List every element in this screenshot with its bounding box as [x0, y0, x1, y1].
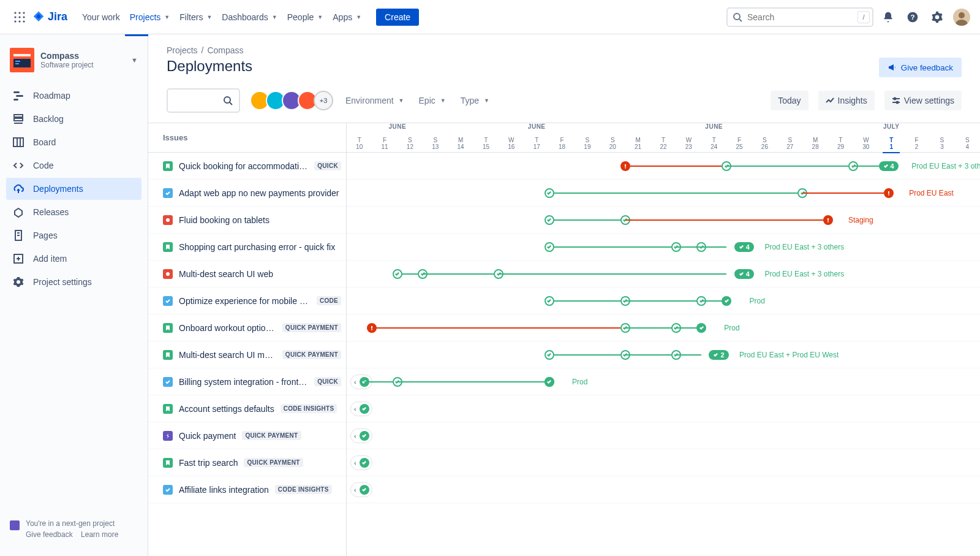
day-header[interactable]: S12 — [398, 134, 423, 152]
day-header[interactable]: S3 — [929, 134, 954, 152]
day-header[interactable]: T17 — [524, 134, 549, 152]
chevron-down-icon[interactable]: ▼ — [131, 56, 138, 64]
issue-row[interactable]: Quick paymentQUICK PAYMENT — [148, 422, 346, 449]
nav-people[interactable]: People▼ — [282, 9, 328, 26]
deploy-marker-solid[interactable] — [722, 296, 731, 306]
settings-icon[interactable] — [927, 7, 947, 27]
deploy-count-badge[interactable]: 4 — [879, 161, 899, 171]
day-header[interactable]: T29 — [828, 134, 853, 152]
day-header[interactable]: S4 — [955, 134, 980, 152]
type-filter[interactable]: Type▼ — [458, 92, 492, 109]
breadcrumb-projects[interactable]: Projects — [167, 45, 198, 55]
issue-row[interactable]: Fast trip searchQUICK PAYMENT — [148, 449, 346, 476]
give-feedback-link[interactable]: Give feedback — [26, 530, 73, 539]
day-header[interactable]: S27 — [777, 134, 802, 152]
day-header[interactable]: S20 — [600, 134, 625, 152]
issue-row[interactable]: Multi-dest search UI mobilewebQUICK PAYM… — [148, 341, 346, 368]
day-header[interactable]: F2 — [904, 134, 929, 152]
deploy-marker-ok[interactable] — [545, 242, 554, 252]
issue-row[interactable]: Adapt web app no new payments provider — [148, 180, 346, 207]
user-avatar[interactable] — [953, 9, 970, 26]
collapsed-deploy-pill[interactable]: ‹ — [350, 402, 372, 416]
timeline-track[interactable]: ‹ — [347, 476, 980, 503]
epic-tag[interactable]: QUICK PAYMENT — [282, 350, 341, 359]
issue-row[interactable]: Billing system integration - frontendQUI… — [148, 368, 346, 395]
day-header[interactable]: W30 — [853, 134, 878, 152]
deploy-marker-fail[interactable] — [823, 215, 833, 225]
sidebar-releases[interactable]: Releases — [6, 201, 141, 223]
deploy-marker-fail[interactable] — [367, 323, 377, 333]
epic-tag[interactable]: QUICK PAYMENT — [282, 323, 341, 332]
sidebar-roadmap[interactable]: Roadmap — [6, 85, 141, 107]
deploy-marker-ok[interactable] — [545, 188, 554, 198]
day-header[interactable]: F11 — [372, 134, 397, 152]
chevron-left-icon[interactable]: ‹ — [352, 432, 358, 440]
app-switcher-icon[interactable] — [10, 7, 29, 27]
collapsed-deploy-pill[interactable]: ‹ — [350, 482, 372, 497]
day-header[interactable]: M28 — [802, 134, 827, 152]
deploy-marker-solid[interactable] — [360, 458, 369, 468]
day-header[interactable]: F18 — [549, 134, 575, 152]
day-header[interactable]: T22 — [650, 134, 676, 152]
day-header[interactable]: T15 — [473, 134, 499, 152]
timeline-track[interactable]: Prod — [347, 314, 980, 341]
chevron-left-icon[interactable]: ‹ — [352, 405, 358, 413]
issue-row[interactable]: Multi-dest search UI web — [148, 261, 346, 288]
issue-row[interactable]: Shopping cart purchasing error - quick f… — [148, 234, 346, 261]
environment-label[interactable]: Prod EU East + 3 others — [764, 243, 844, 251]
day-header[interactable]: W23 — [676, 134, 701, 152]
deploy-marker-solid[interactable] — [360, 404, 369, 414]
day-header[interactable]: F25 — [726, 134, 752, 152]
deploy-marker-solid[interactable] — [360, 431, 369, 441]
environment-label[interactable]: Prod EU East — [909, 189, 954, 197]
epic-tag[interactable]: QUICK PAYMENT — [242, 431, 301, 440]
sidebar-deployments[interactable]: Deployments — [6, 178, 141, 200]
deploy-count-badge[interactable]: 2 — [709, 350, 728, 360]
jira-logo[interactable]: Jira — [32, 10, 67, 24]
nav-projects[interactable]: Projects▼ — [125, 9, 175, 26]
timeline-track[interactable]: 4Prod EU East + 3 others — [347, 261, 980, 288]
environment-label[interactable]: Prod — [572, 378, 587, 386]
deploy-marker-ok[interactable] — [393, 269, 402, 279]
search-input[interactable] — [726, 7, 873, 27]
deploy-count-badge[interactable]: 4 — [734, 242, 754, 252]
issue-row[interactable]: Fluid booking on tablets — [148, 207, 346, 234]
nav-dashboards[interactable]: Dashboards▼ — [217, 9, 282, 26]
issue-row[interactable]: Onboard workout options (OWO)QUICK PAYME… — [148, 314, 346, 341]
timeline-track[interactable]: 4Prod EU East + 3 others — [347, 153, 980, 180]
environment-label[interactable]: Prod — [724, 324, 739, 332]
epic-filter[interactable]: Epic▼ — [417, 92, 448, 109]
environment-label[interactable]: Prod EU East + Prod EU West — [739, 351, 839, 359]
environment-label[interactable]: Prod — [750, 297, 765, 305]
collapsed-deploy-pill[interactable]: ‹ — [350, 428, 372, 443]
create-button[interactable]: Create — [376, 9, 419, 26]
insights-button[interactable]: Insights — [818, 91, 875, 110]
issue-row[interactable]: Optimize experience for mobile webCODE — [148, 288, 346, 314]
day-header[interactable]: W16 — [499, 134, 524, 152]
sidebar-backlog[interactable]: Backlog — [6, 108, 141, 130]
view-settings-button[interactable]: View settings — [884, 91, 962, 110]
nav-your-work[interactable]: Your work — [77, 9, 125, 26]
help-icon[interactable]: ? — [903, 7, 922, 27]
collapsed-deploy-pill[interactable]: ‹ — [350, 455, 372, 470]
breadcrumb-project[interactable]: Compass — [207, 45, 243, 55]
issue-row[interactable]: Quick booking for accommodationsQUICK — [148, 153, 346, 180]
environment-label[interactable]: Prod EU East + 3 others — [911, 162, 980, 170]
project-switcher[interactable]: Compass Software project ▼ — [6, 45, 141, 75]
chevron-left-icon[interactable]: ‹ — [352, 486, 358, 493]
deploy-marker-ok[interactable] — [545, 215, 554, 225]
issue-row[interactable]: Account settings defaultsCODE INSIGHTS — [148, 395, 346, 422]
deploy-marker-solid[interactable] — [545, 377, 554, 387]
day-header[interactable]: S13 — [423, 134, 448, 152]
timeline-track[interactable]: ‹ — [347, 395, 980, 422]
deploy-marker-ok[interactable] — [545, 350, 554, 360]
epic-tag[interactable]: CODE — [317, 296, 341, 305]
deploy-marker-fail[interactable] — [620, 161, 630, 171]
nav-filters[interactable]: Filters▼ — [175, 9, 217, 26]
avatar-more[interactable]: +3 — [314, 91, 333, 110]
deploy-marker-fail[interactable] — [884, 188, 894, 198]
timeline-track[interactable]: 2Prod EU East + Prod EU West — [347, 341, 980, 368]
deploy-marker-solid[interactable] — [696, 323, 706, 333]
timeline-track[interactable]: Staging — [347, 207, 980, 234]
deploy-marker-ok[interactable] — [545, 296, 554, 306]
